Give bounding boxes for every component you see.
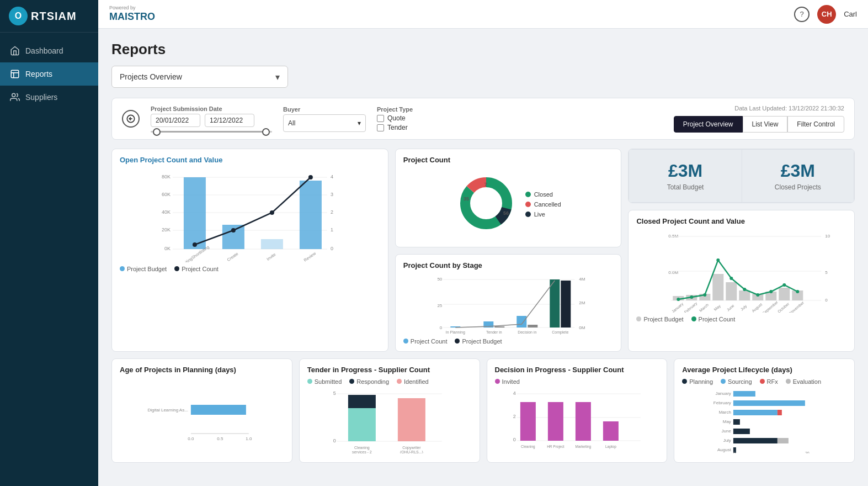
svg-text:October: October <box>777 302 790 313</box>
sidebar-item-suppliers[interactable]: Suppliers <box>0 86 98 109</box>
svg-text:56: 56 <box>503 210 509 216</box>
buyer-chevron-icon: ▾ <box>358 119 361 127</box>
page-title: Reports <box>111 41 855 58</box>
project-type-group: Project Type Quote Tender <box>377 106 413 131</box>
svg-text:March: March <box>719 410 731 415</box>
kpi-total-budget-value: £3M <box>668 161 702 181</box>
buyer-select[interactable]: All ▾ <box>283 114 366 132</box>
svg-text:0M: 0M <box>579 325 585 330</box>
svg-rect-140 <box>778 410 782 415</box>
svg-text:0: 0 <box>333 438 336 443</box>
sidebar-item-reports[interactable]: Reports <box>0 62 98 86</box>
svg-text:0: 0 <box>826 298 828 303</box>
svg-text:March: March <box>699 303 709 313</box>
closed-legend-budget: Project Budget <box>636 316 683 323</box>
open-project-chart-title: Open Project Count and Value <box>120 156 380 164</box>
svg-text:50: 50 <box>437 277 442 282</box>
svg-rect-144 <box>778 438 789 443</box>
svg-point-87 <box>783 283 786 287</box>
svg-text:10: 10 <box>826 234 830 239</box>
lifecycle-chart-svg: January February March May June July Aug… <box>682 387 846 453</box>
decision-supplier-title: Decision in Progress - Supplier Count <box>495 366 659 374</box>
tender-checkbox-row: Tender <box>377 124 413 131</box>
svg-rect-74 <box>739 290 750 300</box>
svg-rect-111 <box>398 398 425 441</box>
header: Powered by MAISTRO ? CH Carl <box>98 0 868 29</box>
svg-text:0: 0 <box>733 451 736 453</box>
tender-legend-submitted: Submitted <box>307 378 342 385</box>
buyer-group: Buyer All ▾ <box>283 106 366 132</box>
lifecycle-legend-planning: Planning <box>682 378 713 385</box>
svg-point-83 <box>730 277 733 280</box>
help-button[interactable]: ? <box>794 7 810 22</box>
svg-point-21 <box>231 228 236 233</box>
svg-text:0: 0 <box>513 437 515 442</box>
quote-checkbox[interactable] <box>377 115 384 122</box>
project-type-label: Project Type <box>377 106 413 113</box>
svg-text:7: 7 <box>484 182 487 187</box>
svg-rect-73 <box>726 282 737 300</box>
svg-rect-142 <box>733 429 750 434</box>
kpi-closed-projects: £3M Closed Projects <box>742 149 854 203</box>
svg-text:80K: 80K <box>162 174 171 179</box>
open-project-chart-svg: 80K 60K 40K 20K 0K <box>120 168 380 262</box>
closed-legend-count: Project Count <box>691 316 736 323</box>
svg-rect-100 <box>191 405 246 415</box>
chevron-down-icon: ▾ <box>275 72 280 82</box>
logo-circle: O <box>9 7 28 25</box>
sidebar-item-dashboard[interactable]: Dashboard <box>0 39 98 62</box>
svg-rect-72 <box>713 274 724 300</box>
closed-chart-svg: 0.5M 0.0M 10 5 0 <box>636 230 846 313</box>
svg-point-3 <box>12 93 15 97</box>
legend-closed: Closed <box>525 191 561 198</box>
svg-text:4M: 4M <box>579 277 585 282</box>
svg-text:35: 35 <box>464 196 469 202</box>
data-updated: Data Last Updated: 13/12/2022 21:30:32 <box>734 105 844 112</box>
buyer-label: Buyer <box>283 106 366 113</box>
svg-text:0.0: 0.0 <box>188 436 194 441</box>
project-count-donut-card: Project Count 35 <box>395 149 622 247</box>
svg-text:Decision in: Decision in <box>518 330 536 334</box>
svg-text:20K: 20K <box>162 227 171 233</box>
svg-text:services - 2: services - 2 <box>352 450 372 453</box>
svg-rect-55 <box>550 279 560 327</box>
svg-text:In Planning: In Planning <box>446 330 465 335</box>
svg-rect-122 <box>520 402 535 441</box>
view-buttons: Project Overview List View Filter Contro… <box>674 116 844 133</box>
submission-date-label: Project Submission Date <box>151 105 272 112</box>
svg-text:Create: Create <box>226 251 239 262</box>
svg-rect-53 <box>516 316 526 327</box>
svg-text:Copywriter: Copywriter <box>402 446 421 450</box>
tender-chart-svg: 5 0 Cleaning services - 2 Copywriter (OH… <box>307 387 472 453</box>
sidebar-nav: Dashboard Reports Suppliers <box>0 33 98 486</box>
kpi-total-budget-label: Total Budget <box>667 183 704 191</box>
svg-rect-141 <box>733 419 740 425</box>
svg-rect-143 <box>733 438 778 443</box>
suppliers-icon <box>10 92 20 102</box>
header-brand-name: MAISTRO <box>109 11 155 23</box>
project-overview-button[interactable]: Project Overview <box>674 116 743 133</box>
svg-text:July: July <box>740 304 748 311</box>
svg-text:Marketing: Marketing <box>575 445 591 449</box>
svg-text:January: January <box>671 302 685 313</box>
back-button[interactable] <box>122 110 140 128</box>
slider-thumb-left[interactable] <box>153 128 161 136</box>
list-view-button[interactable]: List View <box>743 116 788 133</box>
svg-rect-0 <box>11 70 19 78</box>
svg-rect-56 <box>561 281 571 327</box>
tender-checkbox[interactable] <box>377 124 384 131</box>
svg-point-86 <box>770 290 773 293</box>
report-select-dropdown[interactable]: Projects Overview ▾ <box>111 66 288 88</box>
legend-live: Live <box>525 211 561 218</box>
slider-thumb-right[interactable] <box>262 128 270 136</box>
svg-text:Cleaning: Cleaning <box>521 445 535 449</box>
age-planning-svg: Digital Learning As... 0.0 0.5 1.0 <box>120 378 284 456</box>
date-from-input[interactable] <box>151 114 200 127</box>
svg-text:25: 25 <box>437 303 442 308</box>
svg-rect-19 <box>300 181 322 249</box>
svg-text:0.5: 0.5 <box>217 436 223 441</box>
date-to-input[interactable] <box>205 114 254 127</box>
closed-project-title: Closed Project Count and Value <box>636 217 846 225</box>
filter-control-button[interactable]: Filter Control <box>787 116 844 133</box>
svg-rect-77 <box>779 288 790 300</box>
